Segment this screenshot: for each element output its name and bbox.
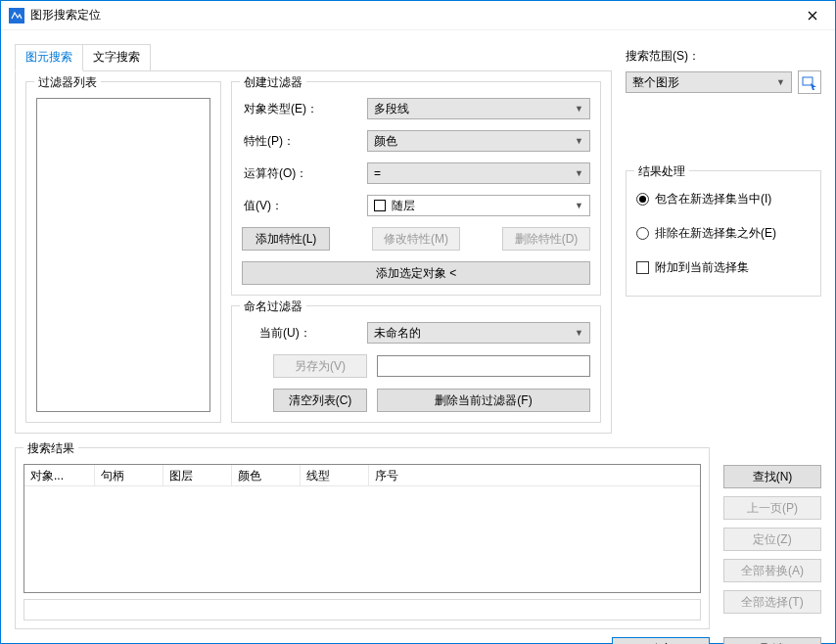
ok-button[interactable]: 确定 [612,637,710,644]
checkbox-append[interactable]: 附加到当前选择集 [636,259,811,276]
property-label: 特性(P)： [242,133,357,150]
filter-list-legend: 过滤器列表 [34,74,101,91]
col-handle[interactable]: 句柄 [95,465,163,485]
cancel-button[interactable]: 取消 [723,637,821,644]
chevron-down-icon: ▼ [575,168,583,178]
create-filter-group: 创建过滤器 对象类型(E)： 多段线 ▼ [231,81,601,296]
chevron-down-icon: ▼ [575,201,583,210]
tab-body: 过滤器列表 创建过滤器 对象类型(E)： 多段线 ▼ [15,70,612,434]
color-swatch-icon [374,200,386,211]
find-button[interactable]: 查找(N) [723,465,821,488]
col-index[interactable]: 序号 [369,465,700,485]
edit-property-button: 修改特性(M) [372,227,460,251]
delete-current-filter-button[interactable]: 删除当前过滤器(F) [377,389,590,412]
dialog-body: 图元搜索 文字搜索 过滤器列表 创建过滤器 对象类型(E)： [1,30,835,644]
current-filter-combo[interactable]: 未命名的 ▼ [367,322,590,344]
save-as-name-input[interactable] [377,355,590,377]
bottom-row: 搜索结果 对象... 句柄 图层 颜色 线型 序号 查找(N) 上一页(P) [15,447,821,629]
chevron-down-icon: ▼ [575,104,583,114]
current-filter-value: 未命名的 [374,325,421,342]
name-filter-group: 命名过滤器 当前(U)： 未命名的 ▼ [231,305,601,423]
radio-icon [636,193,649,206]
checkbox-icon [636,261,649,274]
right-column: 搜索范围(S)： 整个图形 ▼ [626,44,821,434]
filter-listbox[interactable] [36,98,210,412]
object-type-value: 多段线 [374,101,409,117]
scope-section: 搜索范围(S)： 整个图形 ▼ [626,48,821,94]
search-results-group: 搜索结果 对象... 句柄 图层 颜色 线型 序号 [15,447,710,629]
tab-shape-search[interactable]: 图元搜索 [15,44,83,71]
dialog-footer: 确定 取消 [15,637,821,644]
chevron-down-icon: ▼ [575,328,583,338]
spacer [626,112,821,153]
object-type-label: 对象类型(E)： [242,101,357,117]
prev-page-button: 上一页(P) [723,496,821,520]
col-color[interactable]: 颜色 [232,465,301,485]
col-object[interactable]: 对象... [24,465,95,485]
window-title: 图形搜索定位 [30,7,790,23]
radio-icon [636,227,649,240]
radio-exclude-label: 排除在新选择集之外(E) [655,225,776,242]
add-selected-objects-button[interactable]: 添加选定对象 < [242,261,590,285]
chevron-down-icon: ▼ [776,77,785,87]
titlebar: 图形搜索定位 [1,1,835,30]
side-buttons: 查找(N) 上一页(P) 定位(Z) 全部替换(A) 全部选择(T) [723,447,821,629]
tab-strip: 图元搜索 文字搜索 [15,44,612,71]
property-value: 颜色 [374,133,397,150]
create-filter-legend: 创建过滤器 [240,74,306,91]
scope-value: 整个图形 [632,74,679,91]
chevron-down-icon: ▼ [575,136,583,146]
save-as-button: 另存为(V) [273,354,367,378]
checkbox-append-label: 附加到当前选择集 [655,259,749,276]
status-area [23,599,701,621]
add-property-button[interactable]: 添加特性(L) [242,227,330,251]
radio-exclude[interactable]: 排除在新选择集之外(E) [636,225,811,242]
scope-label: 搜索范围(S)： [626,48,821,65]
object-type-combo[interactable]: 多段线 ▼ [367,98,590,119]
search-results-legend: 搜索结果 [23,440,78,457]
value-combo[interactable]: 随层 ▼ [367,195,590,216]
top-row: 图元搜索 文字搜索 过滤器列表 创建过滤器 对象类型(E)： [15,44,821,434]
result-handling-legend: 结果处理 [634,163,689,180]
property-combo[interactable]: 颜色 ▼ [367,130,590,152]
operator-value: = [374,166,381,180]
value-label: 值(V)： [242,198,357,214]
radio-include-label: 包含在新选择集当中(I) [655,191,771,207]
tab-pane: 图元搜索 文字搜索 过滤器列表 创建过滤器 对象类型(E)： [15,44,612,434]
app-icon [9,8,24,23]
clear-list-button[interactable]: 清空列表(C) [273,389,367,412]
pick-objects-button[interactable] [798,70,821,94]
results-header: 对象... 句柄 图层 颜色 线型 序号 [24,465,700,486]
result-handling-group: 结果处理 包含在新选择集当中(I) 排除在新选择集之外(E) 附加到当前选 [626,170,821,297]
mid-column: 创建过滤器 对象类型(E)： 多段线 ▼ [231,81,601,423]
locate-button: 定位(Z) [723,528,821,551]
operator-combo[interactable]: = ▼ [367,162,590,184]
value-value: 随层 [392,198,415,214]
current-filter-label: 当前(U)： [242,325,357,342]
tab-text-search[interactable]: 文字搜索 [82,44,151,71]
delete-property-button: 删除特性(D) [502,227,590,251]
col-linetype[interactable]: 线型 [301,465,369,485]
dialog-window: 图形搜索定位 图元搜索 文字搜索 过滤器列表 创建过滤 [0,0,836,644]
results-table[interactable]: 对象... 句柄 图层 颜色 线型 序号 [23,464,701,593]
radio-include[interactable]: 包含在新选择集当中(I) [636,191,811,207]
replace-all-button: 全部替换(A) [723,559,821,582]
filter-list-group: 过滤器列表 [25,81,221,423]
operator-label: 运算符(O)： [242,165,357,182]
close-button[interactable] [790,1,835,30]
name-filter-legend: 命名过滤器 [240,299,306,315]
col-layer[interactable]: 图层 [163,465,232,485]
select-all-button: 全部选择(T) [723,590,821,614]
scope-combo[interactable]: 整个图形 ▼ [626,71,792,93]
